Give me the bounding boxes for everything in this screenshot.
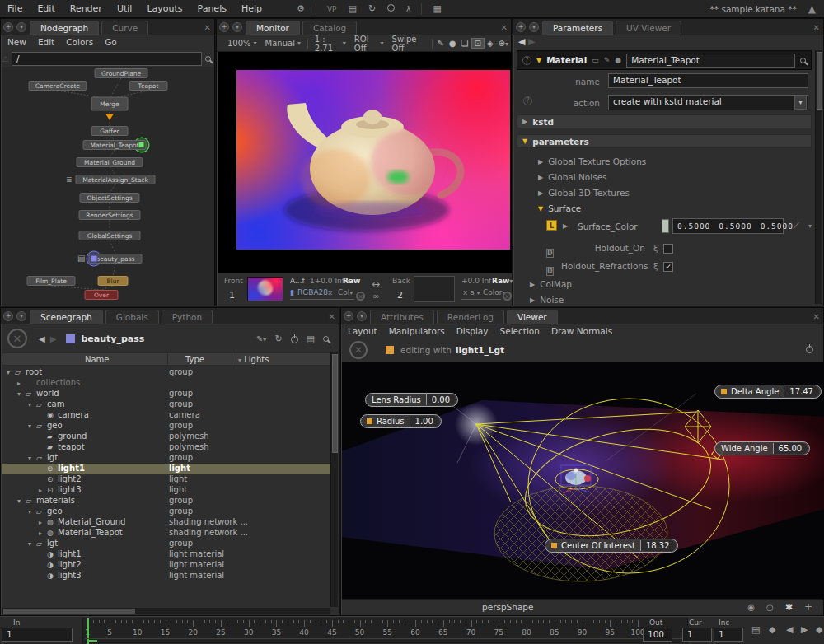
- step-forward-icon[interactable]: ▶: [801, 624, 808, 635]
- refresh-icon[interactable]: ↻: [274, 334, 282, 344]
- row-name[interactable]: collections: [36, 378, 80, 387]
- eyedropper-icon[interactable]: ⟋: [794, 221, 799, 231]
- viewport-3d[interactable]: Lens Radius0.00Radius1.00Delta Angle17.4…: [342, 362, 824, 600]
- node-ObjectSettings[interactable]: ObjectSettings: [80, 194, 139, 203]
- default-badge[interactable]: D: [546, 249, 554, 258]
- node-name-input[interactable]: Material_Teapot: [626, 54, 795, 68]
- scenegraph-row-collections[interactable]: ▸collections: [2, 378, 333, 389]
- back-slider[interactable]: [461, 299, 501, 300]
- row-name[interactable]: world: [36, 389, 59, 398]
- editing-target[interactable]: light1_Lgt: [456, 345, 504, 355]
- scenegraph-row-geo[interactable]: ▾▱geogroup: [2, 421, 333, 432]
- menu-selection[interactable]: Selection: [500, 326, 540, 336]
- tab-nodegraph[interactable]: Nodegraph: [30, 21, 99, 35]
- state-icon[interactable]: ξ: [653, 262, 658, 271]
- scenegraph-row-ground[interactable]: ▰groundpolymesh: [2, 432, 333, 442]
- layers-icon[interactable]: ❏: [459, 39, 471, 48]
- forward-arrow-icon[interactable]: ▶: [528, 36, 535, 47]
- options-caret-icon[interactable]: ▾: [808, 222, 812, 230]
- menu-util[interactable]: Util: [110, 3, 139, 14]
- link-icon[interactable]: ∞: [372, 292, 379, 301]
- tab-menu-icon[interactable]: ▾: [16, 22, 26, 32]
- back-channels[interactable]: x a ▾: [463, 288, 480, 296]
- vp-label[interactable]: VP: [321, 5, 343, 13]
- close-icon[interactable]: ✕: [501, 23, 508, 32]
- back-thumbnail[interactable]: [414, 276, 455, 302]
- power-icon[interactable]: [806, 345, 813, 355]
- menu-file[interactable]: File: [0, 3, 30, 14]
- add-tab-icon[interactable]: +: [344, 311, 353, 321]
- tree-expander-icon[interactable]: ▸: [39, 530, 47, 537]
- node-RenderSettings[interactable]: RenderSettings: [79, 211, 140, 220]
- increment-field[interactable]: 1: [714, 628, 743, 642]
- holdout-refractions-checkbox[interactable]: ✓: [663, 262, 673, 272]
- close-icon[interactable]: ✕: [813, 23, 820, 32]
- tab-renderlog[interactable]: RenderLog: [437, 310, 504, 324]
- out-frame-field[interactable]: 100: [643, 628, 672, 642]
- front-channels[interactable]: RGBA28x: [297, 288, 332, 296]
- row-name[interactable]: Material_Ground: [58, 517, 125, 526]
- group-global-texture-options[interactable]: ▶Global Texture Options: [538, 156, 646, 166]
- light-pin-icon[interactable]: ○: [766, 603, 774, 612]
- manipulator-label-radius[interactable]: Radius1.00: [360, 414, 442, 428]
- forward-arrow-icon[interactable]: ▶: [50, 334, 57, 343]
- add-tab-icon[interactable]: +: [3, 22, 13, 32]
- kstd-group[interactable]: ▶kstd: [517, 114, 812, 128]
- tab-python[interactable]: Python: [162, 310, 213, 324]
- tab-parameters[interactable]: Parameters: [542, 21, 613, 35]
- close-back-icon[interactable]: ✕: [503, 292, 512, 301]
- action-dropdown[interactable]: create with kstd material: [608, 95, 808, 110]
- help-icon[interactable]: ?: [523, 96, 532, 105]
- step-back-icon[interactable]: ◀: [786, 624, 793, 635]
- name-field[interactable]: Material_Teapot: [608, 73, 808, 88]
- warning-icon[interactable]: ▲: [808, 3, 816, 15]
- comment-icon[interactable]: ●: [615, 56, 621, 64]
- row-name[interactable]: camera: [58, 410, 89, 419]
- eye-icon[interactable]: ◉: [747, 603, 755, 612]
- scenegraph-row-camera[interactable]: ◉cameracamera: [2, 410, 333, 421]
- row-name[interactable]: teapot: [58, 442, 85, 451]
- row-name[interactable]: light1: [58, 549, 82, 558]
- tab-curve[interactable]: Curve: [101, 21, 148, 35]
- color-values-field[interactable]: 0.5000 0.5000 0.5000: [672, 218, 784, 234]
- clear-icon[interactable]: ✕: [349, 341, 368, 359]
- node-Gaffer[interactable]: Gaffer: [91, 127, 128, 136]
- scenegraph-row-geo[interactable]: ▾▱geogroup: [2, 506, 333, 517]
- scenegraph-row-Material_Teapot[interactable]: ▸◍Material_Teapotshading network ...: [2, 528, 333, 539]
- tab-viewer[interactable]: Viewer: [507, 310, 558, 324]
- search-icon[interactable]: [800, 58, 806, 63]
- tab-monitor[interactable]: Monitor: [246, 21, 300, 35]
- close-front-icon[interactable]: ✕: [356, 292, 365, 301]
- tag-icon[interactable]: ▭: [592, 56, 599, 64]
- tree-expander-icon[interactable]: ▾: [28, 540, 36, 548]
- node-Material_Teapot[interactable]: Material_Teapot: [83, 141, 146, 150]
- tree-expander-icon[interactable]: ▾: [28, 508, 36, 516]
- gear-icon[interactable]: ⚙: [291, 3, 311, 14]
- scenegraph-row-light1[interactable]: ◑light1light material: [2, 549, 333, 560]
- scenegraph-row-light1[interactable]: ⊙light1light: [2, 464, 333, 474]
- clear-icon[interactable]: ✕: [7, 329, 27, 348]
- ratio-dropdown[interactable]: 1 : 2.71▾: [311, 35, 350, 53]
- swipe-toggle[interactable]: Swipe Off: [388, 35, 429, 53]
- roi-dropdown[interactable]: ROI Off▾: [350, 35, 388, 53]
- close-icon[interactable]: ✕: [204, 23, 211, 32]
- render-canvas[interactable]: [218, 52, 512, 273]
- tab-globals[interactable]: Globals: [105, 310, 159, 324]
- scenegraph-row-lgt[interactable]: ▾▱lgtgroup: [2, 539, 333, 549]
- node-Film_Plate[interactable]: Film_Plate: [27, 277, 75, 286]
- scenegraph-row-root[interactable]: ▾▱rootgroup: [2, 367, 333, 378]
- menu-display[interactable]: Display: [456, 326, 489, 336]
- flipbook-icon[interactable]: ▤: [751, 624, 760, 635]
- node-GlobalSettings[interactable]: GlobalSettings: [79, 231, 140, 240]
- frame-ruler[interactable]: 1510152025303540455055606570758085909510…: [82, 618, 688, 643]
- tree-expander-icon[interactable]: ▾: [28, 455, 36, 462]
- row-name[interactable]: geo: [47, 421, 63, 430]
- row-name[interactable]: light1: [58, 464, 85, 473]
- column-type[interactable]: Type: [185, 355, 204, 364]
- close-icon[interactable]: ✕: [329, 312, 335, 321]
- expand-icon[interactable]: ▶: [563, 222, 568, 230]
- menu-draw-normals[interactable]: Draw Normals: [551, 326, 612, 336]
- wrench-icon[interactable]: ✎: [604, 56, 611, 64]
- scenegraph-row-cam[interactable]: ▾▱camgroup: [2, 399, 333, 410]
- falloff-sphere-grid[interactable]: [494, 486, 667, 581]
